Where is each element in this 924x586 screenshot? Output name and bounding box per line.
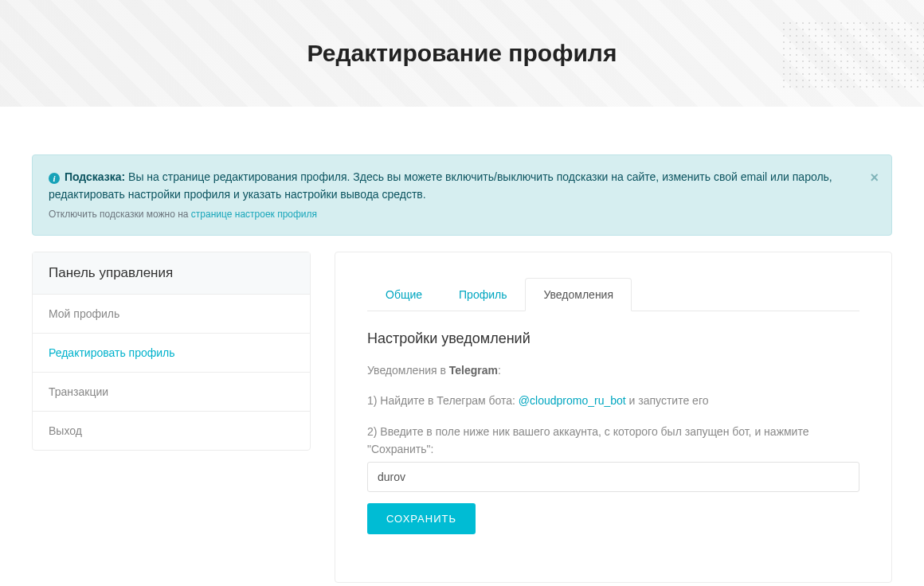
save-button[interactable]: СОХРАНИТЬ [367, 503, 476, 534]
hint-text: Вы на странице редактирования профиля. З… [49, 170, 832, 201]
page-header: Редактирование профиля [0, 0, 924, 107]
section-title: Настройки уведомлений [367, 330, 859, 347]
telegram-line: Уведомления в Telegram: [367, 361, 859, 379]
sidebar: Панель управления Мой профиль Редактиров… [32, 252, 311, 451]
sidebar-item-logout[interactable]: Выход [33, 412, 310, 450]
tab-profile[interactable]: Профиль [440, 278, 525, 311]
page-title: Редактирование профиля [307, 40, 617, 67]
step1-pre: 1) Найдите в Телеграм бота: [367, 394, 519, 407]
close-icon[interactable]: × [870, 166, 879, 189]
info-icon: i [49, 173, 60, 184]
hint-settings-link[interactable]: странице настроек профиля [191, 209, 317, 220]
telegram-bold: Telegram [449, 364, 498, 377]
tab-notifications[interactable]: Уведомления [525, 278, 632, 311]
sidebar-item-transactions[interactable]: Транзакции [33, 373, 310, 412]
step1-post: и запустите его [626, 394, 709, 407]
tabs: Общие Профиль Уведомления [367, 278, 859, 311]
sidebar-item-profile[interactable]: Мой профиль [33, 295, 310, 334]
step-1: 1) Найдите в Телеграм бота: @cloudpromo_… [367, 392, 859, 409]
hint-label: Подсказка: [65, 170, 125, 183]
hint-sub: Отключить подсказки можно на странице на… [49, 207, 852, 222]
step-2: 2) Введите в поле ниже ник вашего аккаун… [367, 423, 859, 459]
telegram-nick-input[interactable] [367, 462, 859, 492]
decor-dots [781, 20, 924, 92]
sidebar-title: Панель управления [33, 252, 310, 295]
telegram-post: : [498, 364, 501, 377]
main-panel: Общие Профиль Уведомления Настройки увед… [335, 252, 892, 583]
telegram-pre: Уведомления в [367, 364, 449, 377]
telegram-bot-link[interactable]: @cloudpromo_ru_bot [519, 394, 626, 407]
sidebar-item-edit-profile[interactable]: Редактировать профиль [33, 334, 310, 373]
hint-alert: × i Подсказка: Вы на странице редактиров… [32, 154, 892, 236]
tab-general[interactable]: Общие [367, 278, 440, 311]
hint-sub-prefix: Отключить подсказки можно на [49, 209, 191, 220]
